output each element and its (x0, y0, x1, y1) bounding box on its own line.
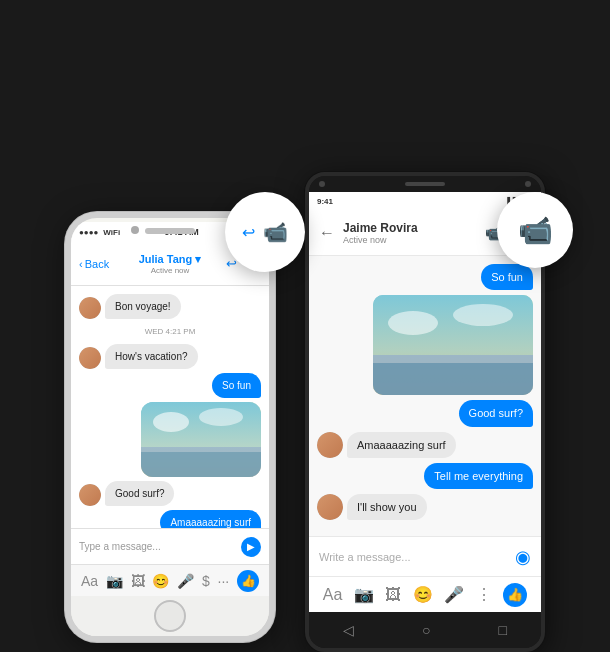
image-message-row (317, 295, 533, 395)
message-row: I'll show you (317, 494, 533, 520)
payment-icon[interactable]: $ (202, 573, 210, 589)
iphone-home-bar (71, 596, 269, 636)
message-row: Amaaaaazing surf (317, 432, 533, 458)
android-speaker (405, 182, 445, 186)
iphone-back-button[interactable]: ‹ Back (79, 258, 109, 270)
android-time: 9:41 (317, 197, 333, 206)
android-back-button[interactable]: ← (319, 224, 335, 242)
more-icon[interactable]: ··· (218, 573, 230, 589)
android-camera-icon[interactable]: 📷 (354, 585, 374, 604)
svg-point-3 (153, 412, 189, 432)
contact-avatar (79, 347, 101, 369)
android-wrapper: 9:41 ▌▌▌ ▓ ← Jaime Rovira Active now 📹 (305, 172, 545, 652)
scene: ●●●● WiFi 9:41 AM ‹ Back (0, 0, 610, 652)
message-bubble: Good surf? (105, 481, 174, 506)
message-row-right: So fun (79, 373, 261, 398)
signal-icon: ●●●● (79, 228, 98, 237)
contact-avatar (317, 432, 343, 458)
android-toolbar: Aa 📷 🖼 😊 🎤 ⋮ 👍 (309, 576, 541, 612)
message-bubble: Amaaaaazing surf (160, 510, 261, 528)
iphone-input-bar: Type a message... ▶ (71, 528, 269, 564)
back-label: Back (85, 258, 109, 270)
android-send-icon[interactable]: ◉ (515, 546, 531, 568)
video-icons: ↩ 📹 (242, 220, 288, 244)
android-chat-area: So fun (309, 256, 541, 536)
message-row: Bon voyage! (79, 294, 261, 319)
svg-rect-7 (373, 363, 533, 395)
android-camera (319, 181, 325, 187)
message-bubble: How's vacation? (105, 344, 198, 369)
android-gallery-icon[interactable]: 🖼 (385, 586, 401, 604)
android-active-status: Active now (343, 235, 477, 245)
camera-icon[interactable]: 📷 (106, 573, 123, 589)
iphone-wrapper: ●●●● WiFi 9:41 AM ‹ Back (65, 212, 275, 642)
android-top-bar (309, 176, 541, 192)
image-bubble (141, 402, 261, 477)
android-text-format-icon[interactable]: Aa (323, 586, 343, 604)
svg-point-9 (453, 304, 513, 326)
video-call-bubble-android[interactable]: 📹 (497, 192, 573, 268)
iphone-camera-dot (131, 226, 139, 234)
date-label: WED 4:21 PM (79, 327, 261, 336)
iphone-toolbar: Aa 📷 🖼 😊 🎤 $ ··· 👍 (71, 564, 269, 596)
message-row: Good surf? (79, 481, 261, 506)
message-bubble: So fun (481, 264, 533, 290)
android-input-bar: Write a message... ◉ (309, 536, 541, 576)
android-emoji-icon[interactable]: 😊 (413, 585, 433, 604)
avatar (317, 432, 343, 458)
like-button[interactable]: 👍 (237, 570, 259, 592)
iphone-chat-area: Bon voyage! WED 4:21 PM How's vacation? … (71, 286, 269, 528)
message-bubble: I'll show you (347, 494, 427, 520)
android-home-nav-icon[interactable]: ○ (422, 622, 430, 638)
beach-image (141, 402, 261, 477)
emoji-icon[interactable]: 😊 (152, 573, 169, 589)
android-more-icon[interactable]: ⋮ (476, 585, 492, 604)
android-mic-icon[interactable]: 🎤 (444, 585, 464, 604)
contact-avatar (79, 297, 101, 319)
android-video-camera-icon: 📹 (518, 214, 553, 247)
iphone-active-status: Active now (139, 266, 202, 275)
svg-point-4 (199, 408, 243, 426)
message-bubble: Amaaaaazing surf (347, 432, 456, 458)
android-like-button[interactable]: 👍 (503, 583, 527, 607)
send-button[interactable]: ▶ (241, 537, 261, 557)
svg-point-8 (388, 311, 438, 335)
android-input-placeholder[interactable]: Write a message... (319, 551, 509, 563)
iphone-nav-center: Julia Tang ▾ Active now (139, 253, 202, 275)
iphone-input-placeholder[interactable]: Type a message... (79, 541, 237, 552)
android-bottom-nav: ◁ ○ □ (309, 612, 541, 648)
message-row-right: So fun (317, 264, 533, 290)
iphone-device: ●●●● WiFi 9:41 AM ‹ Back (65, 212, 275, 642)
svg-rect-2 (141, 452, 261, 477)
wifi-icon: WiFi (103, 228, 120, 237)
message-row: How's vacation? (79, 344, 261, 369)
iphone-contact-name[interactable]: Julia Tang ▾ (139, 253, 202, 266)
avatar (79, 297, 101, 319)
video-call-bubble-iphone[interactable]: ↩ 📹 (225, 192, 305, 272)
message-row-right: Tell me everything (317, 463, 533, 489)
dropdown-icon: ▾ (195, 253, 201, 265)
avatar (317, 494, 343, 520)
contact-avatar (79, 484, 101, 506)
video-camera-icon: 📹 (263, 220, 288, 244)
android-recent-nav-icon[interactable]: □ (499, 622, 507, 638)
phone-rotate-icon: ↩ (242, 223, 255, 242)
avatar (79, 484, 101, 506)
android-nav-info: Jaime Rovira Active now (343, 221, 477, 245)
beach-image-android (373, 295, 533, 395)
message-bubble: So fun (212, 373, 261, 398)
android-sensor (525, 181, 531, 187)
chevron-left-icon: ‹ (79, 258, 83, 270)
image-message-row (79, 402, 261, 477)
avatar (79, 347, 101, 369)
message-bubble: Tell me everything (424, 463, 533, 489)
mic-icon[interactable]: 🎤 (177, 573, 194, 589)
message-bubble: Good surf? (459, 400, 533, 426)
iphone-status-left: ●●●● WiFi (79, 228, 120, 237)
message-bubble: Bon voyage! (105, 294, 181, 319)
android-back-nav-icon[interactable]: ◁ (343, 622, 354, 638)
home-button[interactable] (154, 600, 186, 632)
text-format-icon[interactable]: Aa (81, 573, 98, 589)
gallery-icon[interactable]: 🖼 (131, 573, 145, 589)
message-row-right: Good surf? (317, 400, 533, 426)
